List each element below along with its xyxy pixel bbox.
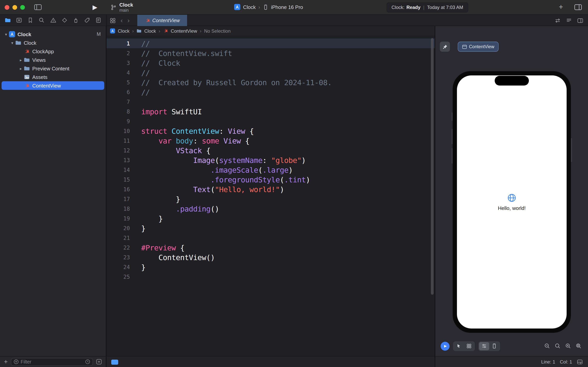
tab-overview-icon[interactable] <box>110 17 116 24</box>
code-line[interactable]: 21 <box>107 233 435 242</box>
code-line[interactable]: 13 Image(systemName: "globe") <box>107 155 435 165</box>
iphone-screen[interactable]: Hello, world! <box>457 75 567 328</box>
scheme-target-label[interactable]: Clock <box>243 4 256 10</box>
editor-layout-icon[interactable] <box>577 359 583 365</box>
tests-navigator-icon[interactable] <box>61 17 67 23</box>
reports-navigator-icon[interactable] <box>95 17 101 23</box>
code-line[interactable]: 4// <box>107 68 435 77</box>
code-line[interactable]: 23 ContentView() <box>107 252 435 262</box>
line-number[interactable]: 16 <box>107 186 130 192</box>
run-button[interactable]: ▶ <box>92 3 97 12</box>
issues-navigator-icon[interactable] <box>50 17 56 23</box>
line-number[interactable]: 10 <box>107 128 130 134</box>
editor-layout-icon[interactable] <box>574 4 582 10</box>
code-line[interactable]: 18 .padding() <box>107 204 435 213</box>
line-number[interactable]: 15 <box>107 176 130 183</box>
code-line[interactable]: 19 } <box>107 213 435 223</box>
filter-scope-icon[interactable] <box>96 359 102 365</box>
code-line[interactable]: 1// <box>107 39 435 48</box>
swap-editors-icon[interactable] <box>554 17 561 24</box>
pin-preview-button[interactable] <box>440 42 450 52</box>
line-number[interactable]: 6 <box>107 89 130 95</box>
preview-pane-tab[interactable]: ContentView <box>458 42 499 52</box>
add-file-button[interactable]: + <box>4 358 8 366</box>
line-number[interactable]: 3 <box>107 60 130 66</box>
disclosure-down-icon[interactable]: ▾ <box>9 41 15 45</box>
selectable-mode-button[interactable] <box>454 342 464 350</box>
code-line[interactable]: 8import SwiftUI <box>107 107 435 116</box>
library-plus-button[interactable]: + <box>559 3 563 11</box>
code-line[interactable]: 14 .imageScale(.large) <box>107 165 435 175</box>
editor-scrollbar[interactable] <box>431 38 434 295</box>
sidebar-item-assets[interactable]: Assets <box>1 73 104 81</box>
code-line[interactable]: 20} <box>107 223 435 233</box>
line-number[interactable]: 1 <box>107 40 130 46</box>
sidebar-item-preview-content[interactable]: ▸Preview Content <box>1 64 104 73</box>
device-settings-button[interactable] <box>479 342 489 350</box>
line-number[interactable]: 13 <box>107 157 130 163</box>
live-preview-button[interactable]: ▶ <box>441 342 450 350</box>
debug-navigator-icon[interactable] <box>73 17 79 23</box>
line-number[interactable]: 2 <box>107 50 130 56</box>
bookmarks-navigator-icon[interactable] <box>27 17 34 23</box>
breakpoints-navigator-icon[interactable] <box>84 17 90 23</box>
line-number[interactable]: 4 <box>107 69 130 76</box>
disclosure-down-icon[interactable]: ▾ <box>3 32 9 36</box>
disclosure-right-icon[interactable]: ▸ <box>18 66 24 71</box>
go-back-button[interactable]: ‹ <box>121 15 123 26</box>
code-line[interactable]: 7 <box>107 97 435 107</box>
code-line[interactable]: 12 VStack { <box>107 145 435 155</box>
code-line[interactable]: 17 } <box>107 194 435 204</box>
line-number[interactable]: 18 <box>107 205 130 212</box>
tab-contentview[interactable]: ContentView <box>137 15 187 26</box>
code-line[interactable]: 3// Clock <box>107 58 435 68</box>
line-number[interactable]: 7 <box>107 99 130 105</box>
code-line[interactable]: 25 <box>107 272 435 282</box>
line-number[interactable]: 8 <box>107 108 130 115</box>
code-line[interactable]: 10struct ContentView: View { <box>107 126 435 136</box>
scheme-selector[interactable]: Clock › iPhone 16 Pro <box>234 4 303 10</box>
breadcrumb-file[interactable]: ContentView <box>171 28 197 34</box>
disclosure-right-icon[interactable]: ▸ <box>18 58 24 62</box>
line-number[interactable]: 12 <box>107 147 130 153</box>
sidebar-item-views[interactable]: ▸Views <box>1 56 104 64</box>
recent-files-clock-icon[interactable] <box>85 359 90 364</box>
close-window-button[interactable] <box>5 5 9 10</box>
line-number[interactable]: 11 <box>107 137 130 144</box>
line-number[interactable]: 9 <box>107 118 130 124</box>
sidebar-item-clock[interactable]: ▾ClockM <box>1 30 104 39</box>
zoom-out-button[interactable] <box>544 343 550 349</box>
active-editor-indicator-icon[interactable] <box>111 360 118 365</box>
minimize-window-button[interactable] <box>12 5 17 10</box>
activity-status[interactable]: Clock: Ready | Today at 7:03 AM <box>386 2 468 12</box>
zoom-in-button[interactable] <box>565 343 571 349</box>
zoom-fit-button[interactable] <box>576 343 582 349</box>
scheme-project-block[interactable]: Clock main <box>110 2 133 12</box>
preview-device-button[interactable] <box>489 342 499 350</box>
line-number[interactable]: 14 <box>107 167 130 173</box>
filter-input[interactable] <box>21 359 83 365</box>
line-number[interactable]: 23 <box>107 254 130 260</box>
breadcrumb-selection[interactable]: No Selection <box>204 28 231 34</box>
sidebar-item-clock[interactable]: ▾Clock <box>1 39 104 47</box>
line-number[interactable]: 5 <box>107 79 130 85</box>
code-line[interactable]: 16 Text("Hello, world!") <box>107 184 435 194</box>
code-line[interactable]: 11 var body: some View { <box>107 136 435 145</box>
sidebar-item-clockapp[interactable]: ClockApp <box>1 47 104 56</box>
zoom-actual-size-button[interactable] <box>554 343 561 349</box>
project-navigator-icon[interactable] <box>5 17 11 23</box>
line-number[interactable]: 17 <box>107 196 130 202</box>
variants-mode-button[interactable] <box>464 342 474 350</box>
zoom-window-button[interactable] <box>20 5 25 10</box>
code-editor[interactable]: 1//2// ContentView.swift3// Clock4//5// … <box>106 36 435 356</box>
go-forward-button[interactable]: › <box>127 15 129 26</box>
breadcrumb-group[interactable]: Clock <box>144 28 156 34</box>
add-editor-icon[interactable] <box>577 17 583 24</box>
line-number[interactable]: 20 <box>107 225 130 231</box>
filter-field[interactable] <box>11 358 93 366</box>
code-line[interactable]: 6// <box>107 87 435 97</box>
code-line[interactable]: 24} <box>107 262 435 272</box>
adjust-editor-options-icon[interactable] <box>566 17 572 24</box>
toggle-navigator-icon[interactable] <box>34 4 42 10</box>
code-line[interactable]: 22#Preview { <box>107 242 435 252</box>
